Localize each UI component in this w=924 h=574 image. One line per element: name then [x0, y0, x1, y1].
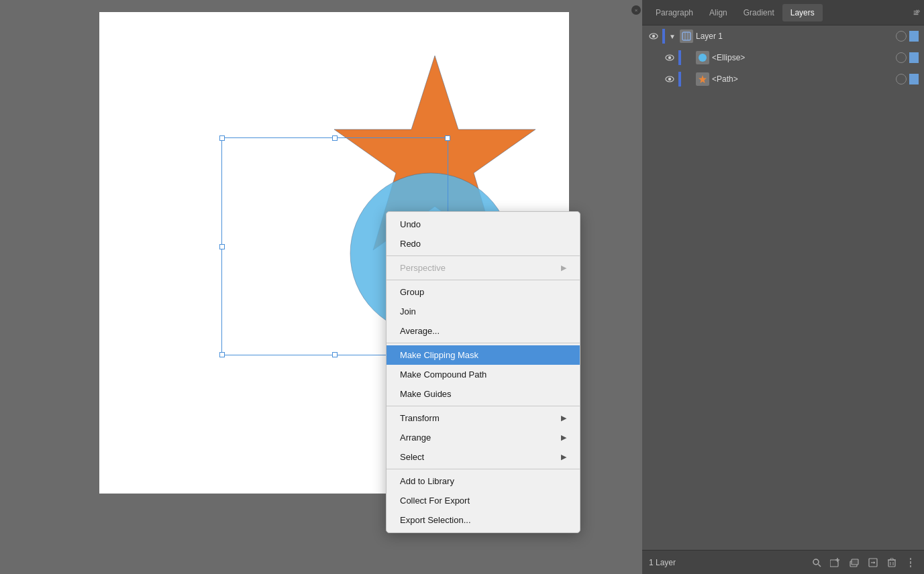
menu-item-add-to-library[interactable]: Add to Library [387, 471, 580, 491]
menu-item-transform[interactable]: Transform ▶ [387, 408, 580, 428]
footer-make-layer-button[interactable] [848, 556, 861, 569]
panel-expand-button[interactable]: » [916, 7, 920, 15]
menu-label-export-selection: Export Selection... [400, 515, 471, 525]
svg-rect-5 [682, 32, 690, 40]
svg-point-9 [668, 56, 671, 59]
menu-item-make-compound-path[interactable]: Make Compound Path [387, 365, 580, 384]
menu-separator-3 [387, 343, 580, 343]
svg-point-14 [813, 559, 819, 565]
transform-arrow: ▶ [561, 414, 566, 422]
layer-visibility-path[interactable] [896, 74, 907, 84]
menu-label-undo: Undo [400, 219, 421, 229]
panel-tabs: Paragraph Align Gradient Layers ≡ [642, 0, 924, 25]
footer-move-to-layer-button[interactable] [866, 556, 880, 569]
menu-label-make-guides: Make Guides [400, 389, 452, 399]
arrange-arrow: ▶ [561, 433, 566, 442]
layers-footer: 1 Layer [642, 550, 924, 574]
layer-color-bar-layer1 [662, 29, 665, 44]
menu-label-join: Join [400, 306, 416, 317]
tab-paragraph[interactable]: Paragraph [648, 4, 701, 21]
footer-search-button[interactable] [810, 556, 823, 569]
menu-item-group[interactable]: Group [387, 282, 580, 302]
menu-separator-1 [387, 255, 580, 256]
svg-marker-13 [699, 75, 707, 83]
svg-marker-23 [874, 561, 875, 564]
svg-point-10 [699, 54, 707, 62]
menu-label-add-to-library: Add to Library [400, 476, 454, 486]
layers-panel: ▼ Layer 1 [642, 25, 924, 90]
svg-point-4 [652, 35, 655, 38]
layer-eye-path[interactable] [664, 73, 676, 85]
layer-thumb-path [696, 72, 709, 86]
footer-new-sublayer-button[interactable] [829, 556, 842, 569]
menu-label-arrange: Arrange [400, 433, 431, 443]
svg-rect-20 [852, 559, 858, 565]
svg-line-15 [819, 564, 821, 567]
menu-item-select[interactable]: Select ▶ [387, 447, 580, 467]
tab-align[interactable]: Align [701, 4, 735, 21]
menu-item-collect-for-export[interactable]: Collect For Export [387, 491, 580, 510]
layer-row-layer1[interactable]: ▼ Layer 1 [642, 25, 924, 47]
select-arrow: ▶ [561, 453, 566, 461]
menu-label-transform: Transform [400, 413, 440, 423]
tab-gradient[interactable]: Gradient [735, 4, 782, 21]
footer-options-button[interactable] [904, 556, 917, 569]
menu-separator-2 [387, 280, 580, 280]
layer-color-bar-ellipse [678, 50, 681, 65]
layers-footer-actions [810, 556, 917, 569]
menu-item-join[interactable]: Join [387, 302, 580, 321]
panel-close-button[interactable]: × [631, 5, 641, 15]
layer-eye-ellipse[interactable] [664, 52, 676, 64]
svg-rect-24 [888, 560, 895, 567]
layer-thumb-ellipse [696, 51, 709, 64]
layer-expand-layer1[interactable]: ▼ [668, 32, 677, 41]
menu-separator-5 [387, 469, 580, 469]
menu-label-select: Select [400, 452, 424, 462]
menu-label-average: Average... [400, 326, 440, 336]
layer-color-bar-path [678, 72, 681, 87]
layer-visibility-ellipse[interactable] [896, 52, 907, 63]
menu-item-make-guides[interactable]: Make Guides [387, 384, 580, 404]
menu-item-arrange[interactable]: Arrange ▶ [387, 428, 580, 447]
svg-point-12 [668, 78, 671, 80]
menu-item-undo[interactable]: Undo [387, 215, 580, 234]
menu-label-perspective: Perspective [400, 263, 446, 273]
tab-layers[interactable]: Layers [782, 4, 823, 21]
layer-row-path[interactable]: <Path> [642, 68, 924, 90]
menu-label-group: Group [400, 287, 424, 297]
layer-thumb-layer1 [680, 30, 693, 43]
menu-label-redo: Redo [400, 239, 421, 249]
layer-name-ellipse: <Ellipse> [712, 53, 896, 62]
layer-row-ellipse[interactable]: <Ellipse> [642, 47, 924, 68]
svg-rect-16 [830, 560, 838, 567]
layer-eye-layer1[interactable] [648, 30, 660, 42]
menu-label-collect-for-export: Collect For Export [400, 496, 470, 506]
layer-lock-path[interactable] [909, 74, 919, 84]
menu-item-perspective[interactable]: Perspective ▶ [387, 258, 580, 278]
menu-label-make-clipping-mask: Make Clipping Mask [400, 350, 478, 360]
menu-item-export-selection[interactable]: Export Selection... [387, 510, 580, 530]
menu-separator-4 [387, 406, 580, 406]
layer-count: 1 Layer [649, 558, 676, 567]
footer-delete-layer-button[interactable] [885, 556, 899, 569]
layer-name-path: <Path> [712, 74, 896, 84]
layer-name-layer1: Layer 1 [696, 32, 896, 41]
layer-lock-layer1[interactable] [909, 31, 919, 42]
perspective-arrow: ▶ [561, 264, 566, 272]
menu-item-make-clipping-mask[interactable]: Make Clipping Mask [387, 345, 580, 365]
menu-item-redo[interactable]: Redo [387, 234, 580, 253]
context-menu: Undo Redo Perspective ▶ Group Join Avera… [386, 211, 580, 533]
layer-visibility-layer1[interactable] [896, 31, 907, 42]
layer-lock-ellipse[interactable] [909, 52, 919, 63]
menu-item-average[interactable]: Average... [387, 321, 580, 341]
right-panel: × » Paragraph Align Gradient Layers ≡ [642, 0, 924, 574]
menu-label-make-compound-path: Make Compound Path [400, 369, 486, 380]
